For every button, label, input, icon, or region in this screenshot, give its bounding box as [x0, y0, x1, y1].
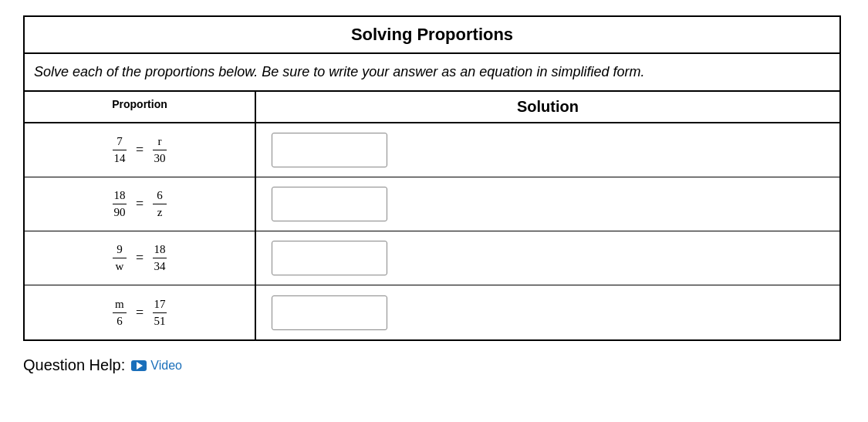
fraction-right-3: 18 34 [153, 243, 167, 273]
proportion-cell-4: m 6 = 17 51 [25, 285, 256, 339]
equals-1: = [136, 142, 144, 158]
num2r-top: 6 [153, 189, 167, 204]
question-help-label: Question Help: [23, 356, 125, 374]
fraction-left-2: 18 90 [113, 189, 127, 219]
num4-top: m [113, 298, 127, 313]
table-row: 18 90 = 6 z [25, 177, 839, 231]
answer-box-3[interactable] [272, 241, 387, 275]
answer-box-4[interactable] [272, 295, 387, 330]
header-proportion: Proportion [25, 92, 256, 122]
equals-4: = [136, 305, 144, 321]
solution-cell-4 [256, 285, 839, 339]
answer-box-2[interactable] [272, 187, 387, 221]
fraction-right-1: r 30 [153, 135, 167, 165]
video-link-text: Video [150, 359, 182, 373]
num3r-top: 18 [153, 243, 167, 258]
proportion-cell-3: 9 w = 18 34 [25, 231, 256, 285]
fraction-right-2: 6 z [153, 189, 167, 219]
num3-top: 9 [113, 243, 127, 258]
title-text: Solving Proportions [351, 25, 513, 44]
fraction-left-4: m 6 [113, 298, 127, 328]
table-row: m 6 = 17 51 [25, 285, 839, 339]
num4-bot: 6 [113, 313, 127, 328]
num1-bot: 14 [113, 150, 127, 165]
table-row: 7 14 = r 30 [25, 123, 839, 177]
answer-box-1[interactable] [272, 133, 387, 167]
video-icon [131, 360, 147, 371]
proportion-cell-1: 7 14 = r 30 [25, 123, 256, 177]
num1r-bot: 30 [153, 150, 167, 165]
solution-cell-3 [256, 231, 839, 285]
equals-2: = [136, 196, 144, 212]
solution-cell-2 [256, 177, 839, 231]
num2-top: 18 [113, 189, 127, 204]
instructions-text: Solve each of the proportions below. Be … [34, 64, 644, 79]
fraction-left-3: 9 w [113, 243, 127, 273]
num4r-top: 17 [153, 298, 167, 313]
fraction-equation-1: 7 14 = r 30 [113, 135, 167, 165]
num1-top: 7 [113, 135, 127, 150]
solution-cell-1 [256, 123, 839, 177]
main-worksheet: Solving Proportions Solve each of the pr… [23, 15, 841, 341]
num1r-top: r [153, 135, 167, 150]
header-solution: Solution [256, 92, 839, 122]
num2-bot: 90 [113, 204, 127, 219]
num2r-bot: z [153, 204, 167, 219]
fraction-equation-4: m 6 = 17 51 [113, 298, 167, 328]
fraction-equation-3: 9 w = 18 34 [113, 243, 167, 273]
fraction-equation-2: 18 90 = 6 z [113, 189, 167, 219]
worksheet-title: Solving Proportions [25, 17, 839, 54]
video-link[interactable]: Video [131, 359, 182, 373]
proportion-table: Proportion Solution 7 14 = r 30 [25, 92, 839, 339]
equals-3: = [136, 250, 144, 266]
num4r-bot: 51 [153, 313, 167, 328]
table-row: 9 w = 18 34 [25, 231, 839, 285]
table-header: Proportion Solution [25, 92, 839, 123]
num3-bot: w [113, 258, 127, 273]
proportion-cell-2: 18 90 = 6 z [25, 177, 256, 231]
fraction-right-4: 17 51 [153, 298, 167, 328]
instructions: Solve each of the proportions below. Be … [25, 54, 839, 92]
question-help-section: Question Help: Video [23, 356, 182, 374]
num3r-bot: 34 [153, 258, 167, 273]
fraction-left-1: 7 14 [113, 135, 127, 165]
